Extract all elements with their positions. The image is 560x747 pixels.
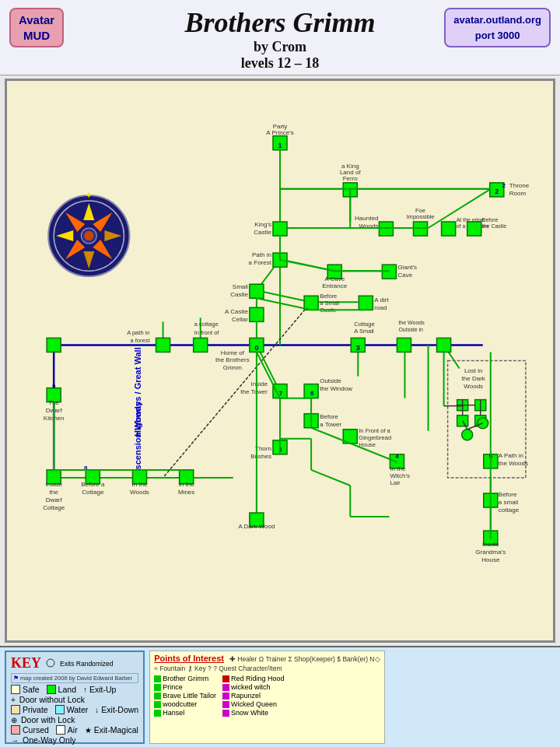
svg-text:A Path in: A Path in: [499, 452, 523, 459]
svg-rect-229: [222, 693, 229, 700]
svg-text:Haunted: Haunted: [355, 215, 378, 222]
map-svg: ✦ Highways / Great Wall Ascension Woods: [7, 81, 553, 640]
svg-text:Room: Room: [509, 190, 527, 197]
svg-text:the Tower: the Tower: [240, 388, 268, 395]
poi-prince: Prince: [154, 683, 216, 691]
svg-rect-222: [154, 675, 161, 682]
map-container: ✦ Highways / Great Wall Ascension Woods: [5, 79, 555, 643]
svg-text:Cottage: Cottage: [43, 504, 65, 511]
svg-text:Cottage: Cottage: [82, 489, 104, 496]
svg-text:Gingerbread: Gingerbread: [359, 434, 391, 441]
svg-text:a King: a King: [341, 163, 359, 170]
svg-text:the Woods: the Woods: [499, 460, 528, 467]
svg-rect-70: [467, 222, 481, 236]
svg-text:Inside: Inside: [251, 381, 268, 388]
door-with-lock-label: Door with Lock: [21, 715, 75, 724]
svg-text:In Front of a: In Front of a: [359, 427, 390, 434]
svg-text:a Tower: a Tower: [320, 421, 341, 428]
svg-text:the Castle: the Castle: [482, 223, 507, 229]
svg-text:a forest: a forest: [130, 337, 150, 344]
safe-box: [11, 685, 20, 694]
legend-key-section: KEY Exits Randomized ⚑ map created 2006 …: [5, 651, 145, 744]
svg-rect-88: [304, 296, 318, 310]
svg-text:Before: Before: [499, 491, 517, 498]
map-credit: ⚑ map created 2006 by David Edward Barbe…: [11, 673, 138, 683]
svg-text:Impossible: Impossible: [407, 213, 435, 220]
legend: KEY Exits Randomized ⚑ map created 2006 …: [0, 646, 560, 747]
svg-text:a cottage: a cottage: [194, 321, 219, 328]
private-box: [11, 705, 20, 714]
header: Avatar MUD Brothers Grimm by Crom levels…: [0, 0, 560, 75]
svg-rect-115: [437, 338, 451, 352]
svg-text:the Window: the Window: [320, 385, 352, 392]
shop-label: Shop(Keeper): [294, 655, 335, 663]
points-of-interest-section: Points of Interest ✚ Healer Ω Trainer Σ …: [149, 651, 384, 744]
svg-rect-224: [154, 693, 161, 700]
svg-text:House: House: [481, 556, 500, 563]
svg-text:the Brothers: the Brothers: [215, 357, 250, 364]
poi-wicked-witch: wicked witch: [222, 683, 285, 691]
page: Avatar MUD Brothers Grimm by Crom levels…: [0, 0, 560, 747]
svg-text:Grandma's: Grandma's: [475, 549, 506, 556]
land-box: [47, 685, 56, 694]
svg-text:King's: King's: [254, 221, 271, 228]
legend-oneway-row: → One-Way Only: [11, 735, 138, 745]
poi-tailor: Brave Little Tailor: [154, 692, 216, 700]
svg-text:Giant's: Giant's: [397, 264, 417, 271]
svg-text:the Dark: the Dark: [462, 375, 486, 382]
svg-text:Castle: Castle: [230, 291, 248, 298]
svg-text:0: 0: [254, 344, 258, 352]
svg-text:9: 9: [52, 383, 56, 390]
door-without-lock-label: Door without Lock: [19, 695, 85, 704]
poi-woodcutter: woodcutter: [154, 700, 216, 708]
svg-rect-73: [273, 222, 287, 236]
air-label: Air: [68, 725, 78, 735]
svg-text:Dwarf: Dwarf: [46, 496, 63, 503]
svg-text:✦: ✦: [85, 190, 93, 201]
svg-rect-85: [250, 284, 264, 298]
one-way-label: One-Way Only: [23, 735, 75, 745]
svg-text:Path in: Path in: [252, 251, 271, 258]
quest-label: ? Quest Character/Item: [213, 665, 282, 672]
poi-wicked-queen: Wicked Queen: [222, 700, 285, 708]
legend-door-row: + Door without Lock: [11, 695, 138, 704]
svg-text:Before: Before: [320, 413, 338, 420]
svg-text:Cellar: Cellar: [232, 316, 248, 323]
land-label: Land: [58, 685, 76, 694]
svg-rect-231: [222, 710, 229, 717]
svg-rect-226: [154, 710, 161, 717]
svg-rect-227: [222, 675, 229, 682]
healer-label: Healer: [237, 655, 257, 663]
key-label: Key: [194, 665, 206, 672]
poi-list-col2: Red Riding Hood wicked witch Rapunzel Wi…: [222, 674, 285, 717]
svg-text:Castle: Castle: [254, 229, 271, 236]
exit-down-icon: ↓: [95, 706, 99, 714]
svg-text:Woods: Woods: [130, 489, 149, 496]
svg-text:Woods: Woods: [464, 383, 483, 390]
svg-text:Grimm: Grimm: [223, 364, 242, 371]
svg-text:Ferro: Ferro: [343, 175, 359, 182]
svg-text:In the: In the: [131, 481, 148, 488]
water-box: [55, 705, 65, 714]
svg-rect-223: [154, 684, 161, 691]
safe-label: Safe: [23, 685, 40, 694]
svg-rect-98: [47, 338, 61, 352]
svg-text:A path in: A path in: [127, 329, 149, 336]
svg-text:7: 7: [279, 390, 283, 397]
svg-text:Outside: Outside: [320, 377, 341, 384]
svg-text:Inside: Inside: [45, 481, 62, 488]
svg-text:Witch's: Witch's: [390, 472, 410, 479]
svg-text:Inside: Inside: [482, 541, 499, 548]
svg-text:Before: Before: [320, 293, 337, 300]
svg-text:Small: Small: [233, 283, 248, 290]
svg-text:Foe: Foe: [415, 207, 425, 214]
svg-text:a small: a small: [499, 499, 519, 506]
cursed-box: [11, 725, 20, 735]
svg-rect-99: [156, 338, 170, 352]
svg-text:the: the: [50, 489, 59, 496]
private-label: Private: [23, 705, 48, 714]
svg-text:A Dark Wood: A Dark Wood: [238, 523, 275, 530]
exit-up-label: Exit-Up: [89, 685, 116, 694]
svg-text:Home of: Home of: [221, 349, 245, 356]
cursed-label: Cursed: [23, 725, 49, 735]
